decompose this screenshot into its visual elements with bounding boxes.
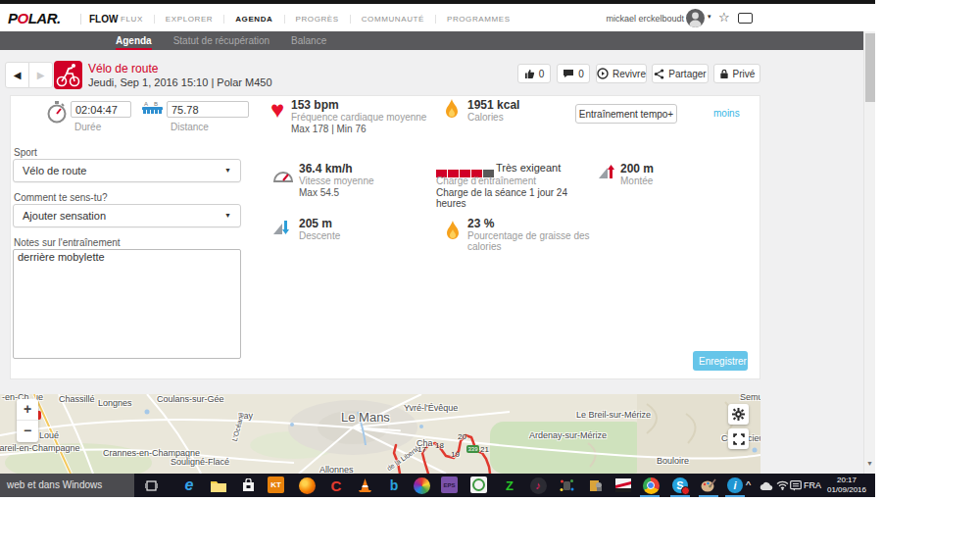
comment-count: 0 (578, 69, 584, 79)
feedback-bubble-icon[interactable] (738, 13, 753, 24)
tray-time: 20:17 (823, 476, 870, 485)
heart-icon: ♥ (270, 96, 284, 124)
map-fullscreen-button[interactable] (728, 428, 749, 449)
tray-clock[interactable]: 20:17 01/09/2016 (823, 476, 870, 495)
tray-date: 01/09/2016 (823, 485, 870, 495)
distance-input[interactable] (167, 101, 249, 118)
notes-textarea[interactable]: derrière mobylette (13, 249, 241, 359)
person-icon (686, 9, 705, 27)
activity-subtitle: Jeudi, Sep 1, 2016 15:10 | Polar M450 (88, 76, 272, 88)
feel-select[interactable]: Ajouter sensation ▼ (13, 204, 241, 227)
chrome-icon[interactable] (641, 476, 661, 495)
map-label: Loué (39, 430, 59, 440)
running-indicator (699, 495, 718, 497)
nav-item-programmes[interactable]: PROGRAMMES (435, 15, 521, 24)
kt-app-icon[interactable]: KT (268, 477, 284, 493)
comment-button[interactable]: 0 (557, 64, 590, 83)
nav-item-flux[interactable]: FLUX (110, 15, 154, 24)
comment-bubble-icon (563, 69, 574, 78)
paint-palette-app-icon[interactable] (699, 476, 718, 495)
ascent-icon (598, 164, 617, 179)
user-menu-caret-icon[interactable]: ▾ (708, 13, 711, 21)
edge-browser-icon[interactable]: e (179, 476, 199, 495)
notes-label: Notes sur l'entraînement (14, 237, 121, 248)
less-link[interactable]: moins (713, 108, 740, 119)
taskbar-search-input[interactable]: web et dans Windows (0, 474, 134, 497)
map-label-city: Le Mans (341, 410, 390, 425)
route-shield-badge: 339 (466, 445, 479, 453)
tab-balance[interactable]: Balance (291, 31, 326, 50)
file-explorer-icon[interactable] (209, 476, 228, 495)
duration-input[interactable] (71, 101, 131, 118)
favorites-star-icon[interactable]: ☆ (718, 10, 730, 25)
tab-agenda[interactable]: Agenda (116, 31, 152, 50)
feel-select-value: Ajouter sensation (23, 210, 106, 222)
firefox-icon[interactable] (297, 476, 317, 495)
scrollbar[interactable]: ▼ (863, 31, 875, 474)
robot-app-icon[interactable] (557, 476, 576, 495)
user-name[interactable]: mickael erckelboudt (600, 14, 684, 24)
ccleaner-icon[interactable]: C (326, 476, 346, 495)
green-ring-app-icon[interactable] (470, 477, 487, 493)
windows-store-icon[interactable] (238, 476, 258, 495)
revivre-button[interactable]: Revivre (596, 64, 647, 83)
zoom-in-button[interactable]: + (17, 399, 38, 421)
like-count: 0 (539, 69, 545, 79)
eps-emulator-icon[interactable]: EPS (441, 477, 458, 493)
map-label: Le Breil-sur-Mérize (576, 410, 651, 420)
music-app-icon[interactable]: ♪ (528, 476, 548, 495)
green-creature-app-icon[interactable]: Z (500, 476, 519, 495)
km-marker: 20 (458, 432, 466, 441)
lock-icon (719, 69, 729, 79)
tab-statut-recuperation[interactable]: Statut de récupération (173, 31, 270, 50)
polar-flag-app-icon[interactable] (613, 476, 633, 495)
like-button[interactable]: 0 (517, 64, 551, 83)
fat-label: Pourcentage de graisse des (467, 230, 590, 241)
logo-part: O (18, 10, 28, 26)
prive-button[interactable]: Privé (713, 64, 760, 83)
sport-select[interactable]: Vélo de route ▼ (13, 159, 241, 182)
load-value: Très exigeant (496, 162, 561, 174)
polar-logo[interactable]: POLAR. (8, 10, 61, 26)
partager-button[interactable]: Partager (652, 64, 709, 83)
desktop: POLAR. FLOW FLUX EXPLORER AGENDA PROGRÈS… (0, 0, 980, 552)
nav-item-explorer[interactable]: EXPLORER (154, 15, 223, 24)
map-label: Allonnes (319, 465, 354, 474)
share-icon (654, 69, 664, 79)
zoom-out-button[interactable]: − (17, 421, 38, 442)
gear-icon (732, 408, 745, 421)
scrollbar-down-arrow[interactable]: ▼ (866, 460, 873, 467)
revivre-label: Revivre (612, 69, 646, 79)
chevron-down-icon: ▼ (224, 160, 231, 181)
pinwheel-app-icon[interactable] (412, 476, 431, 495)
next-activity-button[interactable]: ▶ (28, 62, 53, 88)
ascent-label: Montée (620, 176, 653, 186)
training-benefit-button[interactable]: Entraînement tempo+ (575, 104, 677, 124)
info-updater-app-icon[interactable]: i (725, 476, 745, 495)
heart-rate-value: 153 bpm (291, 98, 339, 112)
nav-item-communaute[interactable]: COMMUNAUTÉ (350, 15, 435, 24)
vlc-icon[interactable] (355, 476, 374, 495)
avatar[interactable] (686, 9, 705, 27)
blue-b-app-icon[interactable]: b (384, 476, 404, 495)
running-indicator (725, 495, 745, 497)
nav-item-agenda[interactable]: AGENDA (223, 15, 283, 24)
tray-language-label[interactable]: FRA (804, 480, 821, 490)
map-settings-button[interactable] (728, 404, 749, 425)
map-label: Chassillé (59, 394, 95, 404)
task-view-icon[interactable] (141, 476, 161, 495)
speed-max: Max 54.5 (299, 187, 339, 198)
descent-value: 205 m (299, 217, 332, 230)
route-map[interactable]: Chassillé Longnes Coulans-sur-Gée Fay Le… (0, 394, 760, 474)
stopwatch-icon (45, 100, 69, 124)
gold-box-app-icon[interactable] (585, 476, 605, 495)
prev-activity-button[interactable]: ◀ (5, 62, 29, 88)
skype-icon[interactable]: S (670, 476, 690, 495)
scrollbar-thumb[interactable] (865, 33, 875, 102)
tray-action-center-icon[interactable] (786, 476, 806, 495)
tray-chevron-up-icon[interactable]: ^ (746, 479, 751, 491)
map-label: Longnes (98, 398, 132, 408)
nav-item-progres[interactable]: PROGRÈS (284, 15, 350, 24)
save-button[interactable]: Enregistrer (693, 351, 748, 371)
main-nav-items: FLUX EXPLORER AGENDA PROGRÈS COMMUNAUTÉ … (110, 15, 521, 24)
